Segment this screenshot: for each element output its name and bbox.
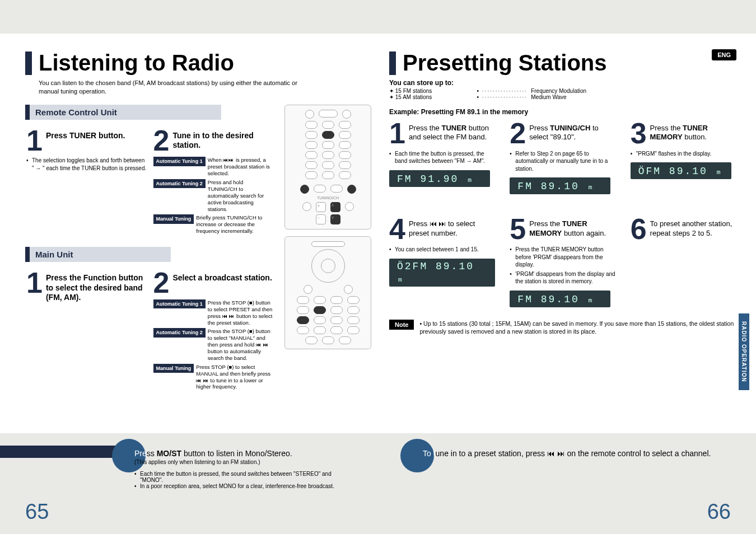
title-mark (389, 51, 396, 75)
tip-bullet: Each time the button is pressed, the sou… (134, 471, 356, 483)
preset-step-4: 4 Press ⏮ ⏭ to select preset number. You… (389, 216, 495, 307)
bottom-right-tip: To tune in to a preset station, press ⏮ … (378, 433, 756, 534)
tip-sub: (This applies only when listening to an … (134, 459, 356, 465)
tuner-button-icon (322, 131, 334, 139)
step-head: Press the TUNER MEMORY button again. (529, 216, 615, 238)
left-title-bar: Listening to Radio (25, 50, 372, 76)
tag-auto1: Automatic Tuning 1 (153, 157, 206, 166)
page-spread: Listening to Radio You can listen to the… (0, 34, 756, 433)
tag-auto2: Automatic Tuning 2 (153, 179, 206, 188)
left-subtitle: You can listen to the chosen band (FM, A… (39, 79, 302, 96)
bullet: The selection toggles back and forth bet… (26, 157, 147, 172)
store-title: You can store up to: (389, 79, 736, 87)
bullet: "PRGM" flashes in the display. (631, 150, 736, 158)
step-head: Tune in to the desired station. (172, 128, 273, 151)
page-number-right: 66 (707, 500, 731, 524)
step-head: To preset another station, repeat steps … (650, 216, 736, 238)
preset-step-2: 2 Press TUNING/CH to select "89.10". Ref… (510, 120, 615, 194)
skip-next-icon (347, 185, 356, 194)
step-head: Press ⏮ ⏭ to select preset number. (409, 216, 495, 238)
main-step-2: 2 Select a broadcast station. Automatic … (152, 268, 275, 395)
legend: •Frequency Modulation •Medium Wave (477, 88, 586, 100)
step-head: Press the TUNER button and select the FM… (409, 120, 495, 142)
preset-step-1: 1 Press the TUNER button and select the … (389, 120, 495, 194)
step-num: 2 (510, 120, 526, 147)
side-tab-radio-operation: RADIO OPERATION (739, 313, 749, 390)
tag-text: Press and hold TUNING/CH to automaticall… (208, 179, 273, 212)
preset-step-5: 5 Press the TUNER MEMORY button again. P… (510, 216, 615, 307)
preset-step-3: 3 Press the TUNER MEMORY button. "PRGM" … (631, 120, 736, 194)
nav-pad-icon (311, 249, 345, 283)
most-button-icon (297, 316, 309, 324)
tag-text: Press STOP (■) to select MANUAL and then… (196, 364, 273, 391)
step-num: 2 (153, 270, 170, 296)
tag-text: Press the STOP (■) button to select "MAN… (208, 328, 273, 361)
tag-text: Press the STOP (■) button to select PRES… (208, 299, 273, 326)
right-title-bar: Presetting Stations (389, 50, 736, 76)
example-label: Example: Presetting FM 89.1 in the memor… (389, 108, 736, 116)
bottom-left-tip: Press MO/ST button to listen in Mono/Ste… (0, 433, 378, 534)
main-step-1: 1 Press the Function button to select th… (25, 268, 148, 395)
step-num: 3 (631, 120, 647, 147)
lcd-display: FM 89.10 ₘ (510, 177, 610, 194)
page-number-left: 65 (25, 500, 49, 524)
top-gray-band (0, 0, 756, 34)
bullet: You can select between 1 and 15. (389, 246, 495, 254)
step-bullets: The selection toggles back and forth bet… (26, 157, 147, 172)
section-remote-header: Remote Control Unit (25, 105, 221, 120)
lcd-display: Ö2FM 89.10 ₘ (389, 259, 495, 287)
bullet: 'PRGM' disappears from the display and t… (510, 270, 615, 285)
bullet: Each time the button is pressed, the ban… (389, 150, 495, 165)
note-label: Note (389, 320, 414, 330)
tag-text: Briefly press TUNING/CH to increase or d… (196, 214, 273, 235)
step-head: Select a broadcast station. (172, 270, 272, 283)
tag-auto1: Automatic Tuning 1 (153, 299, 206, 308)
section-main-header: Main Unit (25, 247, 171, 262)
right-title: Presetting Stations (403, 50, 607, 76)
title-mark (25, 51, 32, 75)
right-page: ENG Presetting Stations You can store up… (389, 50, 736, 428)
step-num: 1 (26, 128, 43, 154)
lang-badge: ENG (712, 49, 736, 60)
remote-illustration-bottom (284, 236, 371, 349)
remote-step-1: 1 Press TUNER button. The selection togg… (25, 125, 148, 239)
tag-auto2: Automatic Tuning 2 (153, 328, 206, 337)
lcd-display: FM 91.90 ₘ (389, 170, 490, 187)
step-head: Press the TUNER MEMORY button. (650, 120, 736, 142)
note-box: Note • Up to 15 stations (30 total ; 15F… (389, 320, 736, 336)
remote-step-2: 2 Tune in to the desired station. Automa… (152, 125, 275, 239)
lcd-display: ÖFM 89.10 ₘ (631, 162, 731, 179)
step-head: Press TUNING/CH to select "89.10". (529, 120, 615, 142)
preset-grid: 1 Press the TUNER button and select the … (389, 120, 736, 307)
tag-text: When ⏮⏭ is pressed, a preset broadcast s… (208, 157, 273, 177)
store-item: ✦ 15 AM stations (389, 94, 432, 100)
step-head: Press TUNER button. (46, 128, 125, 141)
bottom-area: Press MO/ST button to listen in Mono/Ste… (0, 433, 756, 534)
left-title: Listening to Radio (39, 50, 234, 76)
tuning-down-icon: ∨ (330, 214, 340, 224)
step-num: 1 (26, 270, 43, 296)
left-page: Listening to Radio You can listen to the… (25, 50, 372, 428)
tip-bullets: Each time the button is pressed, the sou… (134, 471, 356, 489)
tuning-up-icon: ∧ (330, 202, 340, 212)
step-num: 1 (389, 120, 405, 147)
store-box: You can store up to: ✦ 15 FM stations ✦ … (389, 79, 736, 100)
tip-bullet: In a poor reception area, select MONO fo… (134, 483, 356, 489)
step-num: 4 (389, 216, 405, 242)
preset-step-6: 6 To preset another station, repeat step… (631, 216, 736, 307)
tip-head: Press MO/ST button to listen in Mono/Ste… (134, 449, 356, 458)
tag-manual: Manual Tuning (153, 364, 194, 373)
tag-manual: Manual Tuning (153, 214, 194, 223)
lcd-display: FM 89.10 ₘ (510, 291, 610, 307)
skip-prev-icon (300, 185, 309, 194)
bullet: Refer to Step 2 on page 65 to automatica… (510, 150, 615, 173)
step-num: 5 (510, 216, 526, 242)
remote-illustration-top: TUNING/CH ＋∧ －∨ (284, 105, 371, 229)
bullet: Press the TUNER MEMORY button before 'PR… (510, 246, 615, 269)
note-text: • Up to 15 stations (30 total ; 15FM, 15… (419, 320, 736, 336)
store-item: ✦ 15 FM stations (389, 88, 432, 94)
step-num: 6 (631, 216, 647, 242)
tip-head: To tune in to a preset station, press ⏮ … (423, 449, 734, 458)
step-num: 2 (153, 128, 170, 154)
tuner-memory-button-icon (314, 306, 326, 314)
